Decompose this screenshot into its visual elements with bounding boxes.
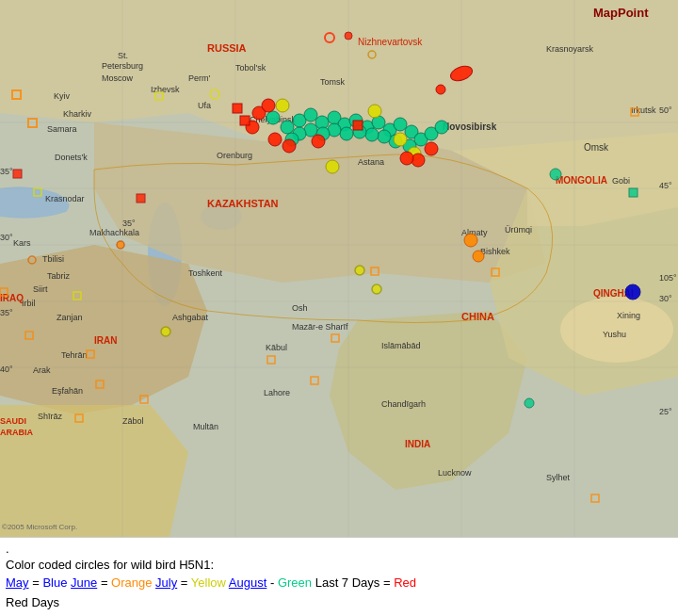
svg-text:Samara: Samara — [47, 124, 77, 134]
svg-text:MONGOLIA: MONGOLIA — [556, 175, 607, 186]
svg-point-115 — [394, 133, 407, 146]
svg-text:Yushu: Yushu — [603, 330, 626, 339]
svg-point-87 — [281, 121, 294, 134]
svg-text:Tobol'sk: Tobol'sk — [235, 63, 266, 73]
svg-point-103 — [365, 128, 379, 141]
svg-point-122 — [282, 139, 296, 153]
legend-title: Color coded circles for wild bird H5N1: — [6, 558, 672, 572]
svg-text:Zanjan: Zanjan — [56, 313, 83, 322]
svg-text:SAUDI: SAUDI — [0, 416, 26, 426]
svg-text:Tehrān: Tehrān — [61, 350, 88, 360]
svg-text:Lahore: Lahore — [264, 388, 290, 397]
svg-text:Novosibirsk: Novosibirsk — [443, 122, 497, 132]
svg-point-160 — [161, 327, 170, 336]
svg-point-134 — [625, 284, 640, 300]
svg-text:Irkutsk: Irkutsk — [631, 105, 656, 115]
svg-text:Perm': Perm' — [188, 73, 211, 83]
svg-text:RUSSIA: RUSSIA — [207, 42, 247, 54]
may-label: = — [32, 575, 42, 590]
svg-text:©2005 Microsoft Corp.: ©2005 Microsoft Corp. — [2, 523, 77, 531]
svg-text:Shīrāz: Shīrāz — [38, 412, 63, 421]
svg-text:Tabriz: Tabriz — [47, 271, 71, 281]
svg-point-126 — [400, 152, 413, 165]
svg-point-121 — [268, 133, 282, 146]
svg-text:Astana: Astana — [358, 157, 384, 167]
svg-text:Siirt: Siirt — [33, 284, 48, 294]
svg-text:Xining: Xining — [617, 311, 640, 320]
svg-text:Kyiv: Kyiv — [54, 91, 71, 101]
may-link[interactable]: May — [6, 575, 29, 590]
svg-text:KAZAKHSTAN: KAZAKHSTAN — [207, 198, 279, 209]
august-label: - — [270, 575, 278, 590]
svg-text:Donets'k: Donets'k — [55, 153, 88, 162]
svg-point-123 — [312, 135, 325, 148]
svg-text:35°: 35° — [122, 219, 136, 228]
svg-text:Mazār-e Sharīf: Mazār-e Sharīf — [292, 322, 348, 332]
legend-dot: . — [6, 542, 672, 556]
svg-text:MapPoint: MapPoint — [593, 6, 649, 20]
map-svg: RUSSIA Nizhnevartovsk Krasnoyarsk Irkuts… — [0, 0, 678, 537]
svg-point-161 — [372, 284, 381, 294]
svg-text:Bishkek: Bishkek — [480, 247, 510, 256]
svg-text:Kars: Kars — [13, 238, 31, 248]
svg-text:Ufa: Ufa — [198, 101, 211, 110]
svg-text:Lucknow: Lucknow — [438, 468, 472, 478]
svg-rect-138 — [137, 194, 145, 203]
august-color-label: Green — [278, 575, 312, 590]
svg-text:Krasnoyarsk: Krasnoyarsk — [546, 44, 594, 54]
svg-point-127 — [436, 85, 445, 94]
svg-point-114 — [368, 105, 381, 118]
svg-text:Multān: Multān — [193, 422, 218, 431]
last7-label: Last 7 Days = — [315, 575, 394, 590]
july-link[interactable]: July — [155, 575, 177, 590]
svg-text:Krasnodar: Krasnodar — [45, 194, 85, 203]
legend-area: . Color coded circles for wild bird H5N1… — [0, 537, 678, 616]
svg-point-102 — [378, 130, 391, 143]
june-link[interactable]: June — [71, 575, 97, 590]
legend-line: May = Blue June = Orange July = Yellow A… — [6, 574, 672, 593]
svg-point-158 — [355, 266, 364, 275]
map-container: RUSSIA Nizhnevartovsk Krasnoyarsk Irkuts… — [0, 0, 678, 537]
svg-text:St.: St. — [118, 51, 128, 60]
svg-text:Gobi: Gobi — [612, 176, 630, 186]
svg-text:Zābol: Zābol — [122, 416, 144, 426]
svg-rect-131 — [353, 121, 363, 130]
svg-text:Chandīgarh: Chandīgarh — [381, 399, 426, 409]
svg-rect-130 — [240, 116, 250, 125]
svg-text:30°: 30° — [659, 294, 672, 303]
svg-text:Ashgabat: Ashgabat — [172, 313, 209, 322]
svg-point-97 — [394, 118, 407, 131]
svg-text:Islāmābād: Islāmābād — [381, 341, 421, 350]
svg-point-86 — [266, 111, 280, 124]
red-days-line: Red Days — [6, 593, 672, 613]
svg-point-105 — [340, 127, 353, 140]
svg-text:Ürümqi: Ürümqi — [505, 225, 532, 235]
svg-text:Moscow: Moscow — [102, 73, 134, 83]
svg-point-132 — [464, 234, 477, 247]
svg-point-112 — [435, 121, 448, 134]
svg-text:Eşfahān: Eşfahān — [52, 386, 83, 396]
svg-text:Nizhnevartovsk: Nizhnevartovsk — [358, 37, 423, 47]
august-link[interactable]: August — [229, 575, 266, 590]
svg-text:IRAQ: IRAQ — [0, 293, 24, 303]
svg-point-133 — [473, 251, 484, 262]
svg-text:Kharkiv: Kharkiv — [63, 109, 92, 119]
svg-text:Sylhet: Sylhet — [546, 473, 571, 482]
svg-text:Osh: Osh — [292, 303, 308, 313]
red-days-label: Red Days — [6, 595, 59, 609]
svg-rect-129 — [233, 104, 242, 113]
svg-text:Tomsk: Tomsk — [320, 77, 346, 87]
svg-text:105°: 105° — [659, 273, 677, 283]
svg-point-162 — [525, 398, 534, 408]
svg-point-157 — [550, 169, 561, 180]
svg-text:Irbil: Irbil — [22, 299, 36, 308]
svg-text:Tbilisi: Tbilisi — [42, 254, 64, 264]
july-label: = — [181, 575, 191, 590]
svg-point-89 — [304, 108, 317, 122]
svg-rect-137 — [13, 170, 22, 178]
svg-point-113 — [276, 99, 289, 112]
svg-text:45°: 45° — [659, 181, 672, 190]
svg-text:25°: 25° — [659, 407, 672, 416]
svg-text:INDIA: INDIA — [405, 439, 430, 449]
july-color-label: Yellow — [191, 575, 226, 590]
